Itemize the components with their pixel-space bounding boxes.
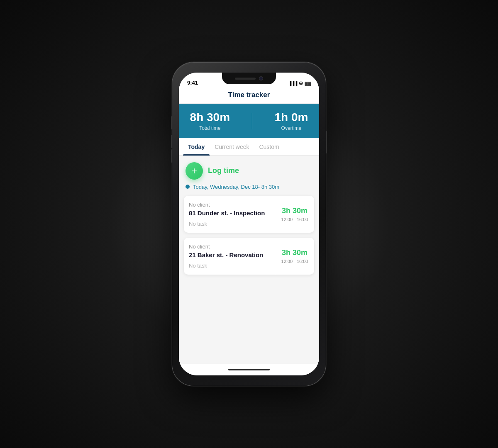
phone-notch: [222, 73, 276, 84]
tab-today[interactable]: Today: [183, 138, 210, 155]
entry-time-block: 3h 30m 12:00 - 16:00: [275, 196, 314, 233]
entry-range: 12:00 - 16:00: [281, 259, 308, 264]
overtime-label: Overtime: [274, 125, 308, 131]
stats-divider: [252, 113, 252, 129]
home-bar: [228, 369, 270, 370]
notch-camera: [259, 76, 263, 80]
log-time-row: + Log time: [184, 162, 314, 180]
total-time-value: 8h 30m: [190, 111, 230, 124]
overtime-value: 1h 0m: [274, 111, 308, 124]
phone-screen: 9:41 ▐▐▐ ⦿ ▓▓ Time tracker 8h 30m Total …: [179, 73, 319, 375]
entry-info: No client 21 Baker st. - Renovation No t…: [184, 238, 275, 275]
entry-duration: 3h 30m: [282, 248, 308, 257]
tab-bar: Today Current week Custom: [179, 138, 319, 156]
entry-title: 81 Dunder st. - Inspection: [189, 209, 270, 217]
home-indicator: [179, 364, 319, 375]
phone-frame: 9:41 ▐▐▐ ⦿ ▓▓ Time tracker 8h 30m Total …: [172, 62, 326, 386]
date-text: Today, Wednesday, Dec 18- 8h 30m: [193, 184, 279, 190]
signal-icon: ▐▐▐: [288, 81, 297, 86]
entry-card[interactable]: No client 21 Baker st. - Renovation No t…: [184, 238, 314, 275]
app-title: Time tracker: [228, 91, 270, 99]
date-dot: [186, 185, 190, 189]
date-row: Today, Wednesday, Dec 18- 8h 30m: [184, 184, 314, 190]
tab-current-week[interactable]: Current week: [210, 138, 254, 155]
entry-card[interactable]: No client 81 Dunder st. - Inspection No …: [184, 196, 314, 233]
log-time-label: Log time: [208, 166, 239, 175]
stats-bar: 8h 30m Total time 1h 0m Overtime: [179, 104, 319, 138]
app-header: Time tracker: [179, 88, 319, 104]
entry-task: No task: [189, 221, 270, 227]
tab-custom[interactable]: Custom: [254, 138, 284, 155]
status-time: 9:41: [187, 80, 198, 86]
entry-time-block: 3h 30m 12:00 - 16:00: [275, 238, 314, 275]
entry-client: No client: [189, 243, 270, 250]
status-icons: ▐▐▐ ⦿ ▓▓: [288, 81, 311, 86]
screen-content: 9:41 ▐▐▐ ⦿ ▓▓ Time tracker 8h 30m Total …: [179, 73, 319, 375]
entry-range: 12:00 - 16:00: [281, 217, 308, 222]
add-log-button[interactable]: +: [186, 162, 203, 180]
plus-icon: +: [191, 165, 197, 177]
entry-client: No client: [189, 202, 270, 208]
main-content: + Log time Today, Wednesday, Dec 18- 8h …: [179, 156, 319, 364]
notch-speaker: [235, 78, 256, 80]
battery-icon: ▓▓: [305, 81, 311, 86]
total-time-stat: 8h 30m Total time: [190, 111, 230, 131]
entry-info: No client 81 Dunder st. - Inspection No …: [184, 196, 275, 233]
overtime-stat: 1h 0m Overtime: [274, 111, 308, 131]
entry-task: No task: [189, 263, 270, 269]
entry-duration: 3h 30m: [282, 207, 308, 215]
wifi-icon: ⦿: [299, 81, 303, 86]
total-time-label: Total time: [190, 125, 230, 131]
entry-title: 21 Baker st. - Renovation: [189, 251, 270, 258]
